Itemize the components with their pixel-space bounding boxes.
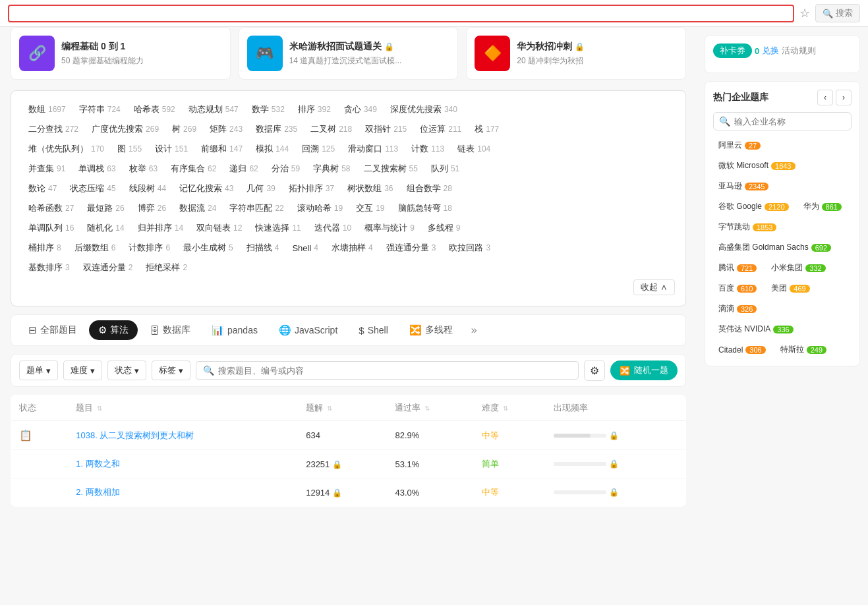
tag-item-0-3[interactable]: 动态规划 547 bbox=[182, 101, 245, 117]
tag-item-3-1[interactable]: 单调栈 63 bbox=[72, 161, 122, 177]
tag-item-1-5[interactable]: 二叉树 218 bbox=[304, 121, 359, 137]
tag-item-7-2[interactable]: 计数排序 6 bbox=[122, 240, 177, 256]
difficulty-filter[interactable]: 难度 ▾ bbox=[63, 360, 102, 380]
tag-item-3-5[interactable]: 分治 59 bbox=[265, 161, 306, 177]
tag-item-0-6[interactable]: 贪心 349 bbox=[337, 101, 384, 117]
tag-item-0-4[interactable]: 数学 532 bbox=[245, 101, 291, 117]
tag-item-4-7[interactable]: 组合数学 28 bbox=[400, 181, 459, 196]
tag-item-5-5[interactable]: 滚动哈希 19 bbox=[291, 200, 349, 216]
tag-item-6-0[interactable]: 单调队列 16 bbox=[22, 220, 80, 236]
tag-item-1-4[interactable]: 数据库 235 bbox=[249, 121, 304, 137]
tag-item-2-4[interactable]: 模拟 144 bbox=[249, 141, 295, 157]
tag-item-7-8[interactable]: 欧拉回路 3 bbox=[442, 240, 497, 256]
tag-item-2-7[interactable]: 计数 113 bbox=[405, 141, 451, 157]
tag-item-7-5[interactable]: Shell 4 bbox=[285, 241, 325, 255]
question-set-filter[interactable]: 题单 ▾ bbox=[19, 360, 58, 380]
tag-item-8-1[interactable]: 双连通分量 2 bbox=[76, 260, 140, 275]
prob-link-0[interactable]: 1038. 从二叉搜索树到更大和树 bbox=[76, 430, 194, 440]
tag-item-1-6[interactable]: 双指针 215 bbox=[359, 121, 413, 137]
tag-item-3-3[interactable]: 有序集合 62 bbox=[164, 161, 223, 177]
tag-item-0-1[interactable]: 字符串 724 bbox=[72, 101, 127, 117]
tag-item-7-0[interactable]: 桶排序 8 bbox=[22, 240, 68, 256]
cat-tab-multithread[interactable]: 🔀 多线程 bbox=[400, 320, 462, 340]
company-tag-14[interactable]: 特斯拉249 bbox=[775, 341, 832, 358]
company-tag-2[interactable]: 亚马逊2345 bbox=[713, 178, 774, 194]
tag-item-2-2[interactable]: 设计 151 bbox=[148, 141, 194, 157]
cat-tab-shell[interactable]: $ Shell bbox=[349, 321, 397, 340]
search-input[interactable] bbox=[218, 366, 571, 376]
cat-tab-database[interactable]: 🗄 数据库 bbox=[140, 320, 200, 340]
company-search[interactable]: 🔍 bbox=[713, 112, 852, 130]
company-tag-10[interactable]: 美团469 bbox=[766, 280, 815, 297]
bookmark-icon[interactable]: ☆ bbox=[799, 6, 810, 20]
cat-tab-algorithm[interactable]: ⚙ 算法 bbox=[89, 320, 138, 340]
company-tag-13[interactable]: Citadel306 bbox=[713, 341, 771, 358]
tag-item-4-1[interactable]: 状态压缩 45 bbox=[63, 181, 122, 196]
title-cell-2[interactable]: 2. 两数相加 bbox=[68, 478, 298, 507]
tag-item-6-3[interactable]: 双向链表 12 bbox=[190, 220, 248, 236]
tag-item-1-8[interactable]: 栈 177 bbox=[468, 121, 506, 137]
company-tag-3[interactable]: 谷歌 Google2120 bbox=[713, 198, 794, 215]
tag-item-6-7[interactable]: 多线程 9 bbox=[421, 220, 467, 236]
browser-search[interactable]: 🔍 搜索 bbox=[815, 4, 860, 22]
tag-item-1-2[interactable]: 树 269 bbox=[165, 121, 203, 137]
company-tag-8[interactable]: 小米集团332 bbox=[766, 260, 830, 276]
tag-item-2-8[interactable]: 链表 104 bbox=[451, 141, 497, 157]
tag-item-3-8[interactable]: 队列 51 bbox=[424, 161, 466, 177]
tag-item-4-5[interactable]: 拓扑排序 37 bbox=[282, 181, 341, 196]
tag-item-3-6[interactable]: 字典树 58 bbox=[306, 161, 357, 177]
cat-tab-all[interactable]: ⊟ 全部题目 bbox=[19, 320, 86, 340]
company-tag-9[interactable]: 百度610 bbox=[713, 280, 762, 297]
tag-item-5-6[interactable]: 交互 19 bbox=[349, 200, 391, 216]
prev-arrow[interactable]: ‹ bbox=[817, 90, 833, 105]
tag-item-6-2[interactable]: 归并排序 14 bbox=[131, 220, 190, 236]
tags-filter[interactable]: 标签 ▾ bbox=[152, 360, 190, 380]
tag-item-1-0[interactable]: 二分查找 272 bbox=[22, 121, 85, 137]
cat-tab-javascript[interactable]: 🌐 JavaScript bbox=[270, 320, 347, 340]
tag-item-2-1[interactable]: 图 155 bbox=[111, 141, 148, 157]
tag-item-1-1[interactable]: 广度优先搜索 269 bbox=[85, 121, 165, 137]
tag-item-0-7[interactable]: 深度优先搜索 340 bbox=[384, 101, 464, 117]
tag-item-4-6[interactable]: 树状数组 36 bbox=[341, 181, 399, 196]
tag-item-7-1[interactable]: 后缀数组 6 bbox=[68, 240, 123, 256]
tag-item-0-5[interactable]: 排序 392 bbox=[291, 101, 337, 117]
tag-item-3-7[interactable]: 二叉搜索树 55 bbox=[357, 161, 424, 177]
company-tag-1[interactable]: 微软 Microsoft1843 bbox=[713, 158, 801, 174]
tag-item-4-3[interactable]: 记忆化搜索 43 bbox=[173, 181, 240, 196]
tag-item-2-5[interactable]: 回溯 125 bbox=[295, 141, 341, 157]
tag-item-7-6[interactable]: 水塘抽样 4 bbox=[325, 240, 380, 256]
tag-item-2-0[interactable]: 堆（优先队列） 170 bbox=[22, 141, 111, 157]
tag-item-6-1[interactable]: 随机化 14 bbox=[80, 220, 130, 236]
tag-item-7-7[interactable]: 强连通分量 3 bbox=[380, 240, 443, 256]
tag-item-8-0[interactable]: 基数排序 3 bbox=[22, 260, 76, 275]
rules-link[interactable]: 活动规则 bbox=[782, 45, 816, 57]
prob-link-1[interactable]: 1. 两数之和 bbox=[76, 459, 119, 469]
random-button[interactable]: 🔀 随机一题 bbox=[610, 360, 678, 380]
tag-item-1-3[interactable]: 矩阵 243 bbox=[203, 121, 249, 137]
company-tag-5[interactable]: 字节跳动1853 bbox=[713, 219, 782, 235]
title-cell-1[interactable]: 1. 两数之和 bbox=[68, 450, 298, 478]
tag-item-4-4[interactable]: 几何 39 bbox=[240, 181, 281, 196]
tag-item-0-2[interactable]: 哈希表 592 bbox=[127, 101, 182, 117]
tag-item-6-6[interactable]: 概率与统计 9 bbox=[358, 220, 421, 236]
tag-item-6-4[interactable]: 快速选择 11 bbox=[248, 220, 307, 236]
tag-item-7-3[interactable]: 最小生成树 5 bbox=[177, 240, 240, 256]
status-filter[interactable]: 状态 ▾ bbox=[107, 360, 146, 380]
company-tag-11[interactable]: 滴滴326 bbox=[713, 301, 762, 317]
card-2[interactable]: 🔶 华为秋招冲刺 🔒 20 题冲刺华为秋招 bbox=[466, 27, 686, 80]
more-tabs-button[interactable]: » bbox=[465, 320, 484, 340]
company-tag-12[interactable]: 英伟达 NVIDIA336 bbox=[713, 321, 799, 337]
tag-item-0-0[interactable]: 数组 1697 bbox=[22, 101, 72, 117]
search-filter[interactable]: 🔍 bbox=[196, 361, 579, 380]
tag-item-6-5[interactable]: 迭代器 10 bbox=[308, 220, 358, 236]
tag-item-5-2[interactable]: 博弈 26 bbox=[131, 200, 173, 216]
tag-item-7-4[interactable]: 扫描线 4 bbox=[240, 240, 286, 256]
tag-item-5-4[interactable]: 字符串匹配 22 bbox=[223, 200, 290, 216]
tag-item-3-4[interactable]: 递归 62 bbox=[223, 161, 264, 177]
tag-item-5-7[interactable]: 脑筋急转弯 18 bbox=[391, 200, 459, 216]
cat-tab-pandas[interactable]: 📊 pandas bbox=[202, 320, 267, 340]
tag-item-3-0[interactable]: 并查集 91 bbox=[22, 161, 72, 177]
tag-item-4-0[interactable]: 数论 47 bbox=[22, 181, 63, 196]
tag-item-1-7[interactable]: 位运算 211 bbox=[413, 121, 468, 137]
tag-item-5-1[interactable]: 最短路 26 bbox=[80, 200, 130, 216]
